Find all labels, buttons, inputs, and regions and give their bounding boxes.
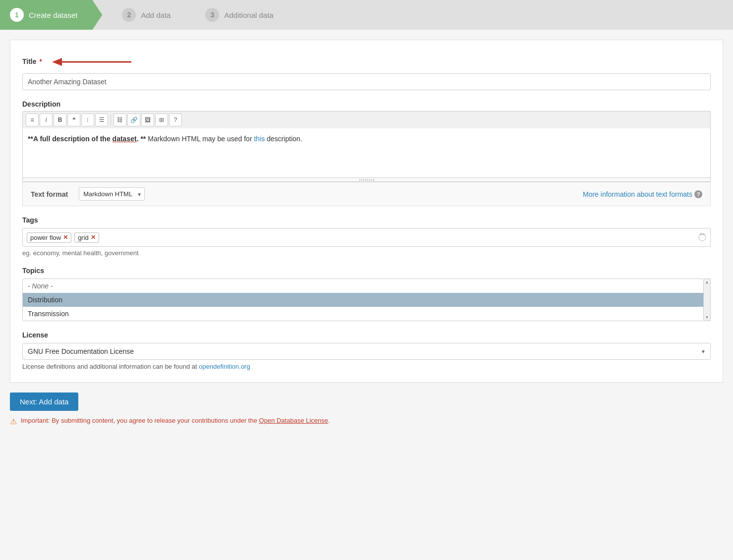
unlink-icon: 🔗	[130, 116, 138, 123]
license-select-wrap[interactable]: GNU Free Documentation License Creative …	[22, 343, 711, 360]
step-1-number: 1	[10, 8, 24, 22]
resize-grip-icon	[359, 179, 374, 181]
opendefinition-link[interactable]: opendefinition.org	[199, 363, 250, 370]
tag-grid: grid ✕	[74, 232, 99, 243]
svg-marker-1	[52, 58, 62, 66]
ol-icon: ☰	[99, 116, 105, 123]
topics-section: Topics - None - Distribution Transmissio…	[22, 267, 711, 321]
title-required: *	[40, 57, 42, 65]
info-circle-icon: ?	[694, 190, 702, 198]
tag-power-flow-remove[interactable]: ✕	[63, 234, 68, 241]
description-content: **A full description of the dataset. ** …	[28, 133, 705, 144]
title-input[interactable]	[22, 73, 711, 90]
tag-grid-remove[interactable]: ✕	[91, 234, 96, 241]
toolbar-unlink-btn[interactable]: 🔗	[127, 113, 140, 126]
tags-section: Tags power flow ✕ grid ✕ eg. economy, me…	[22, 216, 711, 257]
toolbar-help-btn[interactable]: ?	[169, 113, 182, 126]
format-icon: ≡	[30, 116, 34, 123]
tags-input-area[interactable]: power flow ✕ grid ✕	[22, 228, 711, 247]
toolbar-image-btn[interactable]: 🖼	[141, 113, 154, 126]
red-arrow-icon	[47, 52, 136, 72]
topic-option-none[interactable]: - None -	[23, 279, 703, 293]
title-group: Title *	[22, 52, 711, 90]
form-container: Title * Description ≡ i B	[10, 40, 723, 383]
description-group: Description ≡ i B ❝ ⁝ ☰ ⛓	[22, 100, 711, 182]
topic-option-distribution[interactable]: Distribution	[23, 293, 703, 307]
italic-icon: i	[46, 116, 47, 123]
link-icon: ⛓	[117, 116, 123, 123]
tag-grid-label: grid	[78, 234, 89, 241]
text-format-label: Text format	[31, 190, 68, 198]
toolbar-table-btn[interactable]: ⊞	[155, 113, 168, 126]
step-2-number: 2	[122, 8, 136, 22]
table-icon: ⊞	[159, 116, 164, 123]
tag-power-flow: power flow ✕	[27, 232, 71, 243]
topics-scrollbar: ▲ ▼	[704, 279, 711, 321]
step-3[interactable]: 3 Additional data	[185, 0, 288, 30]
help-icon: ?	[174, 116, 177, 123]
more-info-link[interactable]: More information about text formats ?	[583, 190, 702, 198]
step-2[interactable]: 2 Add data	[102, 0, 185, 30]
toolbar-separator	[111, 115, 111, 125]
title-label: Title *	[22, 57, 42, 65]
text-format-bar: Text format Markdown HTML Plain text Ful…	[22, 182, 711, 206]
tags-hint: eg. economy, mental health, government	[22, 249, 711, 257]
step-3-number: 3	[205, 8, 219, 22]
bold-icon: B	[58, 116, 62, 123]
bottom-area: Next: Add data ⚠ Important: By submittin…	[10, 392, 723, 426]
stepper: 1 Create dataset 2 Add data 3 Additional…	[0, 0, 733, 30]
step-1[interactable]: 1 Create dataset	[0, 0, 102, 30]
important-notice: ⚠ Important: By submitting content, you …	[10, 417, 723, 426]
topics-list: - None - Distribution Transmission	[23, 279, 703, 321]
topics-select-wrap: - None - Distribution Transmission ▲ ▼	[22, 279, 711, 321]
toolbar-format-btn[interactable]: ≡	[26, 113, 39, 126]
notice-text: Important: By submitting content, you ag…	[21, 417, 330, 424]
warning-icon: ⚠	[10, 417, 17, 426]
topics-label: Topics	[22, 267, 711, 275]
text-format-select[interactable]: Markdown HTML Plain text Full HTML	[79, 187, 145, 201]
step-2-label: Add data	[141, 11, 170, 19]
editor-toolbar: ≡ i B ❝ ⁝ ☰ ⛓ 🔗	[22, 111, 711, 128]
format-select-group: Text format Markdown HTML Plain text Ful…	[31, 187, 145, 201]
tags-label: Tags	[22, 216, 711, 224]
license-label: License	[22, 331, 711, 339]
step-1-label: Create dataset	[29, 11, 77, 19]
more-info-text: More information about text formats	[583, 190, 692, 198]
step-3-label: Additional data	[224, 11, 273, 19]
scrollbar-down-arrow-icon[interactable]: ▼	[705, 315, 709, 320]
image-icon: 🖼	[145, 116, 151, 123]
editor-resize-handle[interactable]	[22, 178, 711, 182]
topic-option-transmission[interactable]: Transmission	[23, 307, 703, 321]
arrow-annotation	[47, 52, 136, 73]
next-button[interactable]: Next: Add data	[10, 392, 78, 411]
toolbar-link-btn[interactable]: ⛓	[113, 113, 126, 126]
ul-icon: ⁝	[87, 116, 89, 123]
description-editor[interactable]: **A full description of the dataset. ** …	[22, 128, 711, 178]
tag-power-flow-label: power flow	[30, 234, 61, 241]
description-label: Description	[22, 100, 711, 108]
quote-icon: ❝	[72, 116, 75, 123]
open-database-license-link[interactable]: Open Database License	[259, 417, 328, 424]
scrollbar-up-arrow-icon[interactable]: ▲	[705, 280, 709, 284]
format-select-wrap[interactable]: Markdown HTML Plain text Full HTML	[79, 187, 145, 201]
toolbar-quote-btn[interactable]: ❝	[67, 113, 80, 126]
toolbar-ol-btn[interactable]: ☰	[95, 113, 108, 126]
license-note: License definitions and additional infor…	[22, 363, 711, 370]
license-select[interactable]: GNU Free Documentation License Creative …	[22, 343, 711, 360]
license-section: License GNU Free Documentation License C…	[22, 331, 711, 370]
tags-loading-spinner	[698, 233, 706, 241]
toolbar-italic-btn[interactable]: i	[40, 113, 53, 126]
toolbar-ul-btn[interactable]: ⁝	[81, 113, 94, 126]
license-note-text: License definitions and additional infor…	[22, 363, 199, 370]
toolbar-bold-btn[interactable]: B	[54, 113, 66, 126]
topics-list-content[interactable]: - None - Distribution Transmission	[22, 279, 704, 321]
